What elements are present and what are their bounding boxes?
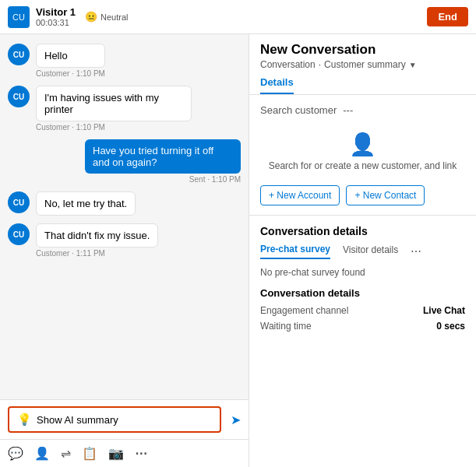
message-meta: Sent · 1:10 PM xyxy=(85,175,241,184)
message-bubble: Have you tried turning it off and on aga… xyxy=(85,139,241,174)
tab-visitor-details[interactable]: Visitor details xyxy=(343,244,398,258)
header: CU Visitor 1 00:03:31 😐 Neutral End xyxy=(0,0,476,34)
more-options-icon[interactable]: ⋯ xyxy=(411,245,421,258)
table-row: CU Hello Customer · 1:10 PM xyxy=(8,44,241,78)
message-bubble: Hello xyxy=(36,44,105,68)
avatar: CU xyxy=(8,86,30,107)
conversation-detail-sub: Conversation details xyxy=(260,287,465,299)
visitor-icon-text: CU xyxy=(12,12,25,22)
avatar: CU xyxy=(8,44,30,65)
show-ai-summary-button[interactable]: 💡 Show AI summary xyxy=(8,406,221,433)
message-bubble: No, let me try that. xyxy=(36,191,136,216)
message-meta: Customer · 1:11 PM xyxy=(36,249,158,258)
search-customer-row: Search customer --- xyxy=(260,104,465,116)
msg-content: I'm having issues with my printer Custom… xyxy=(36,86,192,132)
send-icon[interactable]: ➤ xyxy=(231,413,241,427)
conversation-details-title: Conversation details xyxy=(260,225,465,237)
msg-content: That didn't fix my issue. Customer · 1:1… xyxy=(36,223,158,258)
note-icon[interactable]: 📋 xyxy=(82,446,97,461)
ai-summary-label: Show AI summary xyxy=(37,414,118,426)
visitor-name: Visitor 1 xyxy=(36,6,76,18)
chat-panel: CU Hello Customer · 1:10 PM CU I'm havin… xyxy=(0,34,249,467)
breadcrumb-summary: Customer summary xyxy=(324,59,406,70)
waiting-time-value: 0 secs xyxy=(436,321,465,332)
avatar: CU xyxy=(8,223,30,245)
tab-details[interactable]: Details xyxy=(260,76,294,94)
msg-content: Have you tried turning it off and on aga… xyxy=(85,139,241,184)
chat-messages: CU Hello Customer · 1:10 PM CU I'm havin… xyxy=(0,34,249,399)
right-tabs: Details xyxy=(249,70,476,95)
msg-content: No, let me try that. xyxy=(36,191,136,216)
breadcrumb: Conversation · Customer summary ▼ xyxy=(260,59,465,70)
table-row: Have you tried turning it off and on aga… xyxy=(8,139,241,184)
search-customer-label: Search customer xyxy=(260,104,337,116)
table-row: CU No, let me try that. xyxy=(8,191,241,216)
neutral-badge: 😐 Neutral xyxy=(85,11,128,23)
table-row: Waiting time 0 secs xyxy=(260,321,465,332)
customer-section: Search customer --- 👤 Search for or crea… xyxy=(249,95,476,216)
message-meta: Customer · 1:10 PM xyxy=(36,123,192,132)
table-row: CU I'm having issues with my printer Cus… xyxy=(8,86,241,132)
chevron-down-icon: ▼ xyxy=(409,61,417,69)
breadcrumb-conversation: Conversation xyxy=(260,59,316,70)
neutral-icon: 😐 xyxy=(85,11,97,23)
message-bubble: I'm having issues with my printer xyxy=(36,86,192,121)
right-header: New Conversation Conversation · Customer… xyxy=(249,34,476,70)
engagement-channel-label: Engagement channel xyxy=(260,305,348,316)
msg-content: Hello Customer · 1:10 PM xyxy=(36,44,105,78)
no-survey-text: No pre-chat survey found xyxy=(260,267,465,278)
visitor-time: 00:03:31 xyxy=(36,18,76,27)
conversation-details-section: Conversation details Pre-chat survey Vis… xyxy=(249,216,476,346)
new-account-button[interactable]: + New Account xyxy=(260,185,340,205)
customer-placeholder-text: Search for or create a new customer, and… xyxy=(269,160,457,171)
tab-pre-chat-survey[interactable]: Pre-chat survey xyxy=(260,244,330,259)
main-layout: CU Hello Customer · 1:10 PM CU I'm havin… xyxy=(0,34,476,467)
chat-toolbar: 💬 👤 ⇌ 📋 📷 ⋯ xyxy=(0,439,249,467)
customer-placeholder: 👤 Search for or create a new customer, a… xyxy=(260,125,465,177)
end-button[interactable]: End xyxy=(427,7,468,26)
table-row: Engagement channel Live Chat xyxy=(260,305,465,316)
person-icon: 👤 xyxy=(349,132,376,157)
waiting-time-label: Waiting time xyxy=(260,321,312,332)
visitor-info: Visitor 1 00:03:31 xyxy=(36,6,76,27)
message-meta: Customer · 1:10 PM xyxy=(36,69,105,78)
screen-icon[interactable]: 📷 xyxy=(108,446,124,461)
table-row: CU That didn't fix my issue. Customer · … xyxy=(8,223,241,258)
right-panel: New Conversation Conversation · Customer… xyxy=(249,34,476,467)
people-icon[interactable]: 👤 xyxy=(34,446,50,461)
page-title: New Conversation xyxy=(260,42,465,58)
engagement-channel-value: Live Chat xyxy=(423,305,465,316)
new-contact-button[interactable]: + New Contact xyxy=(346,185,425,205)
chat-icon[interactable]: 💬 xyxy=(8,446,23,461)
customer-actions: + New Account + New Contact xyxy=(260,185,465,205)
visitor-avatar: CU xyxy=(8,6,30,28)
breadcrumb-separator: · xyxy=(319,59,321,70)
neutral-label: Neutral xyxy=(100,12,128,22)
transfer-icon[interactable]: ⇌ xyxy=(61,446,71,461)
ai-summary-bar: 💡 Show AI summary ➤ xyxy=(0,399,249,439)
search-customer-dots: --- xyxy=(343,104,353,116)
bulb-icon: 💡 xyxy=(17,413,32,427)
avatar: CU xyxy=(8,191,30,213)
message-bubble: That didn't fix my issue. xyxy=(36,223,158,248)
more-icon[interactable]: ⋯ xyxy=(135,446,149,461)
conversation-tabs: Pre-chat survey Visitor details ⋯ xyxy=(260,244,465,259)
